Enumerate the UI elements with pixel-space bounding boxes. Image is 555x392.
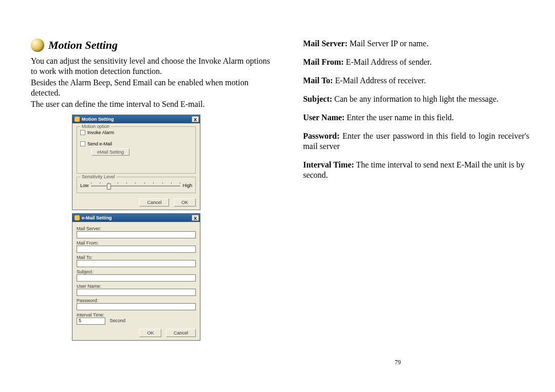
motion-dialog-title: Motion Setting xyxy=(82,117,114,122)
subject-input[interactable] xyxy=(77,274,196,282)
def-interval: Interval Time: The time interval to send… xyxy=(303,160,529,180)
mail-from-input[interactable] xyxy=(77,246,196,253)
email-dialog-title: e-Mail Setting xyxy=(82,215,112,220)
motion-ok-button[interactable]: OK xyxy=(174,198,196,207)
mail-to-label: Mail To: xyxy=(77,255,196,260)
send-email-checkbox[interactable] xyxy=(80,141,85,146)
interval-unit: Second xyxy=(110,318,126,323)
email-dialog-icon xyxy=(75,215,80,220)
mail-server-label: Mail Server: xyxy=(77,226,196,231)
section-heading-row: Motion Setting xyxy=(31,39,272,52)
motion-dialog-icon xyxy=(75,117,80,122)
bullet-sphere-icon xyxy=(31,39,44,52)
section-heading: Motion Setting xyxy=(48,39,118,52)
def-password: Password: Enter the user password in thi… xyxy=(303,131,529,152)
def-mail-from: Mail From: E-Mail Address of sender. xyxy=(303,57,529,67)
invoke-alarm-label: Invoke Alarm xyxy=(87,130,114,135)
sensitivity-high-label: High xyxy=(182,183,192,188)
sensitivity-legend: Sensitivity Level xyxy=(80,174,117,179)
intro-paragraph-2: Besides the Alarm Beep, Send Email can b… xyxy=(31,78,272,98)
password-input[interactable] xyxy=(77,303,196,310)
close-icon[interactable]: X xyxy=(192,215,199,221)
intro-paragraph-1: You can adjust the sensitivity level and… xyxy=(31,56,272,77)
password-label: Password: xyxy=(77,298,196,303)
interval-input[interactable]: 5 xyxy=(77,318,105,325)
username-input[interactable] xyxy=(77,289,196,296)
close-icon[interactable]: X xyxy=(192,116,199,122)
sensitivity-slider[interactable] xyxy=(91,182,181,189)
def-mail-server: Mail Server: Mail Server IP or name. xyxy=(303,39,529,49)
motion-dialog-titlebar[interactable]: Motion Setting X xyxy=(72,115,200,123)
def-mail-to: Mail To: E-Mail Address of receiver. xyxy=(303,76,529,86)
sensitivity-group: Sensitivity Level Low High xyxy=(77,177,196,193)
send-email-label: Send e-Mail xyxy=(87,141,112,146)
username-label: User Name: xyxy=(77,284,196,289)
motion-option-legend: Motion option xyxy=(80,124,111,129)
mail-from-label: Mail From: xyxy=(77,240,196,246)
motion-option-group: Motion option Invoke Alarm Send e-Mail e… xyxy=(77,126,196,174)
email-setting-dialog: e-Mail Setting X Mail Server: Mail From:… xyxy=(72,213,200,341)
sensitivity-low-label: Low xyxy=(80,183,89,188)
email-dialog-titlebar[interactable]: e-Mail Setting X xyxy=(72,214,200,222)
def-username: User Name: Enter the user name in this f… xyxy=(303,113,529,123)
mail-server-input[interactable] xyxy=(77,231,196,238)
motion-cancel-button[interactable]: Cancel xyxy=(139,198,169,207)
email-cancel-button[interactable]: Cancel xyxy=(166,329,196,337)
invoke-alarm-checkbox[interactable] xyxy=(80,130,85,135)
interval-label: Interval Time: xyxy=(77,312,196,318)
email-setting-button[interactable]: eMail Setting xyxy=(91,148,130,156)
email-ok-button[interactable]: OK xyxy=(139,329,161,337)
page-number: 79 xyxy=(395,359,401,366)
mail-to-input[interactable] xyxy=(77,260,196,267)
motion-setting-dialog: Motion Setting X Motion option Invoke Al… xyxy=(72,115,200,210)
slider-thumb-icon[interactable] xyxy=(107,183,111,190)
def-subject: Subject: Can be any information to high … xyxy=(303,94,529,104)
subject-label: Subject: xyxy=(77,269,196,274)
intro-paragraph-3: The user can define the time interval to… xyxy=(31,99,272,109)
